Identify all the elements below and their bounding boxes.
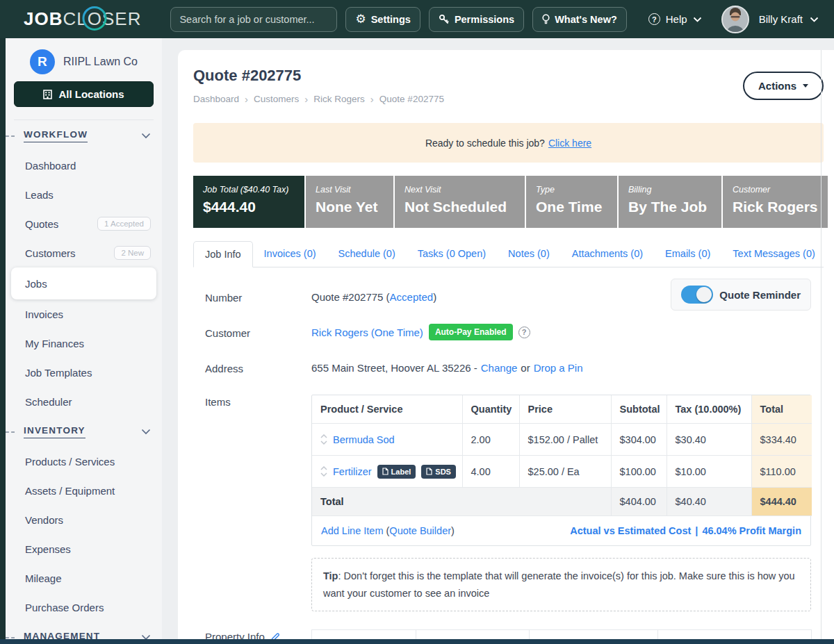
pdf-file-icon xyxy=(382,468,389,475)
building-icon xyxy=(43,90,52,99)
user-avatar[interactable] xyxy=(721,6,749,33)
page-title: Quote #202775 xyxy=(193,67,444,85)
sidebar-item-vendors[interactable]: Vendors xyxy=(6,505,162,534)
reorder-handle[interactable] xyxy=(320,434,327,445)
all-locations-button[interactable]: All Locations xyxy=(14,81,154,107)
stat-job-total: Job Total ($40.40 Tax) $444.40 xyxy=(193,176,304,228)
sidebar-item-my-finances[interactable]: My Finances xyxy=(6,329,162,358)
customer-link[interactable]: Rick Rogers (One Time) xyxy=(311,327,423,338)
breadcrumb-separator-icon xyxy=(370,93,374,105)
tab-job-info[interactable]: Job Info xyxy=(193,241,253,267)
permissions-button[interactable]: Permissions xyxy=(429,7,524,32)
user-name[interactable]: Billy Kraft xyxy=(759,13,803,25)
add-line-item-link[interactable]: Add Line Item xyxy=(321,525,383,536)
section-label: INVENTORY xyxy=(24,425,85,438)
table-row: Fertilizer Label SDS xyxy=(312,456,812,488)
customer-label: Customer xyxy=(193,326,311,339)
help-menu[interactable]: Help xyxy=(648,13,702,25)
customers-new-badge: 2 New xyxy=(114,246,151,260)
tab-text-messages[interactable]: Text Messages (0) xyxy=(721,241,826,267)
items-table: Product / Service Quantity Price Subtota… xyxy=(311,395,811,546)
sidebar-item-products-services[interactable]: Products / Services xyxy=(6,447,162,476)
sidebar-item-invoices[interactable]: Invoices xyxy=(6,299,162,329)
sidebar-item-purchase-orders[interactable]: Purchase Orders xyxy=(6,593,162,622)
label-pdf-badge[interactable]: Label xyxy=(377,465,416,479)
sidebar-section-inventory[interactable]: INVENTORY xyxy=(6,416,162,447)
address-label: Address xyxy=(193,361,311,374)
chevron-down-icon xyxy=(141,133,151,139)
items-label: Items xyxy=(193,395,311,408)
breadcrumb-rick-rogers[interactable]: Rick Rogers xyxy=(313,94,365,104)
gear-icon: ⚙ xyxy=(355,13,366,25)
tab-attachments[interactable]: Attachments (0) xyxy=(561,241,654,267)
tab-emails[interactable]: Emails (0) xyxy=(654,241,721,267)
section-label: MANAGEMENT xyxy=(24,631,100,640)
drop-a-pin-link[interactable]: Drop a Pin xyxy=(534,362,583,374)
app-logo[interactable]: JOBCLOSER xyxy=(24,8,141,30)
accepted-status-link[interactable]: Accepted xyxy=(390,291,434,303)
sidebar-item-scheduler[interactable]: Scheduler xyxy=(6,387,162,416)
chevron-down-icon[interactable] xyxy=(810,17,819,22)
items-actions-row: Add Line Item (Quote Builder) Actual vs … xyxy=(312,516,810,545)
product-link[interactable]: Fertilizer xyxy=(333,466,372,477)
logo-text-bold: JOB xyxy=(24,8,63,29)
sidebar-item-expenses[interactable]: Expenses xyxy=(6,534,162,563)
whats-new-button[interactable]: What's New? xyxy=(532,7,627,32)
quotes-accepted-badge: 1 Accepted xyxy=(97,217,151,231)
reorder-handle[interactable] xyxy=(320,466,327,477)
number-label: Number xyxy=(193,290,311,304)
tab-tasks[interactable]: Tasks (0 Open) xyxy=(407,241,497,267)
product-link[interactable]: Bermuda Sod xyxy=(333,434,395,445)
address-value: 655 Main Street, Hoover AL 35226 - xyxy=(311,362,477,374)
caret-down-icon xyxy=(803,84,808,88)
quote-number-value: Quote #202775 ( xyxy=(311,291,390,303)
quote-reminder-toggle[interactable] xyxy=(681,286,713,304)
toggle-knob xyxy=(696,287,712,302)
stats-bar: Job Total ($40.40 Tax) $444.40 Last Visi… xyxy=(193,176,824,228)
profit-margin-link[interactable]: 46.04% Profit Margin xyxy=(702,525,801,536)
sidebar-item-quotes[interactable]: Quotes 1 Accepted xyxy=(6,209,162,238)
avatar-photo-icon xyxy=(723,7,748,32)
key-icon xyxy=(439,14,450,24)
sidebar: R RIIPL Lawn Co All Locations WORKFLOW D… xyxy=(6,38,162,639)
help-circle-icon xyxy=(648,13,660,25)
schedule-click-here-link[interactable]: Click here xyxy=(548,138,591,149)
quote-builder-link[interactable]: Quote Builder xyxy=(389,525,451,536)
stat-type: Type One Time xyxy=(526,176,617,228)
actual-vs-estimated-link[interactable]: Actual vs Estimated Cost xyxy=(570,525,691,536)
quote-reminder-label: Quote Reminder xyxy=(719,289,801,301)
tab-invoices[interactable]: Invoices (0) xyxy=(253,241,327,267)
company-name: RIIPL Lawn Co xyxy=(63,56,138,68)
question-circle-icon[interactable] xyxy=(518,327,530,338)
chevron-down-icon xyxy=(320,472,327,477)
sidebar-section-workflow[interactable]: WORKFLOW xyxy=(6,120,162,151)
autopay-enabled-badge: Auto-Pay Enabled xyxy=(429,324,513,340)
stat-next-visit: Next Visit Not Scheduled xyxy=(395,176,525,228)
breadcrumb-customers[interactable]: Customers xyxy=(254,94,299,104)
breadcrumb-dashboard[interactable]: Dashboard xyxy=(193,94,239,104)
sidebar-section-management[interactable]: MANAGEMENT xyxy=(6,622,162,639)
quote-reminder-box: Quote Reminder xyxy=(671,279,811,311)
chevron-down-icon xyxy=(141,429,151,435)
tab-notes[interactable]: Notes (0) xyxy=(497,241,561,267)
sidebar-item-customers[interactable]: Customers 2 New xyxy=(6,238,162,267)
sidebar-item-mileage[interactable]: Mileage xyxy=(6,563,162,593)
left-edge-bar xyxy=(0,38,6,644)
company-selector[interactable]: R RIIPL Lawn Co xyxy=(14,49,154,74)
sidebar-item-leads[interactable]: Leads xyxy=(6,180,162,209)
address-change-link[interactable]: Change xyxy=(481,362,518,374)
sds-pdf-badge[interactable]: SDS xyxy=(421,465,456,479)
actions-button[interactable]: Actions xyxy=(743,72,824,100)
chevron-down-icon xyxy=(693,17,702,22)
settings-button[interactable]: ⚙ Settings xyxy=(345,7,420,32)
sidebar-item-jobs[interactable]: Jobs xyxy=(11,267,156,299)
sidebar-item-dashboard[interactable]: Dashboard xyxy=(6,151,162,180)
company-avatar: R xyxy=(30,49,55,74)
sidebar-item-job-templates[interactable]: Job Templates xyxy=(6,358,162,387)
section-label: WORKFLOW xyxy=(24,129,88,142)
items-header-row: Product / Service Quantity Price Subtota… xyxy=(312,395,812,424)
tab-schedule[interactable]: Schedule (0) xyxy=(327,241,407,267)
search-input[interactable] xyxy=(170,7,337,32)
content-card: Quote #202775 Dashboard Customers Rick R… xyxy=(178,50,834,644)
sidebar-item-assets-equipment[interactable]: Assets / Equipment xyxy=(6,476,162,505)
